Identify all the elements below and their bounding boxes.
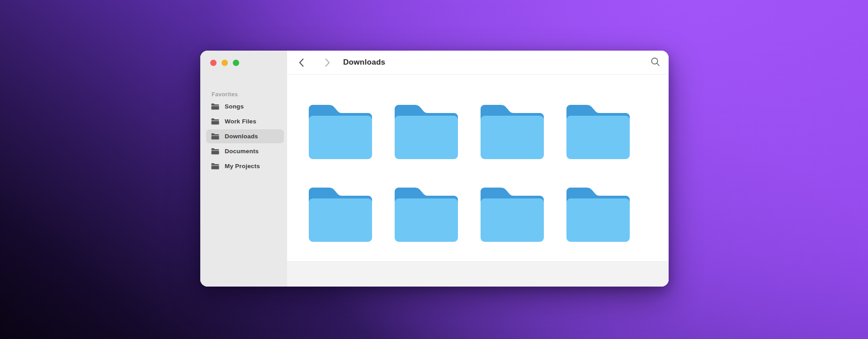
- sidebar-item-label: Documents: [225, 148, 259, 155]
- folder-3[interactable]: [481, 105, 544, 159]
- folder-icon: [211, 118, 219, 125]
- window-controls: [200, 60, 287, 66]
- main-panel: Downloads: [287, 51, 669, 287]
- folder-icon: [211, 148, 219, 155]
- folder-1[interactable]: [309, 105, 372, 159]
- sidebar-item-label: Songs: [225, 103, 244, 110]
- close-button[interactable]: [210, 60, 217, 66]
- sidebar-item-work-files[interactable]: Work Files: [206, 114, 284, 128]
- back-button[interactable]: [296, 57, 307, 68]
- file-view: [287, 75, 669, 261]
- chevron-right-icon: [325, 58, 330, 67]
- sidebar-item-documents[interactable]: Documents: [206, 144, 284, 158]
- folder-icon: [211, 133, 219, 140]
- sidebar-item-label: Downloads: [225, 133, 258, 140]
- sidebar-item-label: My Projects: [225, 163, 260, 170]
- sidebar-item-songs[interactable]: Songs: [206, 99, 284, 113]
- folder-8[interactable]: [566, 188, 630, 242]
- sidebar-section-label: Favorites: [212, 91, 287, 98]
- folder-5[interactable]: [309, 188, 372, 242]
- folder-grid: [309, 105, 630, 242]
- folder-6[interactable]: [395, 188, 458, 242]
- folder-icon: [211, 163, 219, 170]
- search-icon: [651, 57, 660, 68]
- sidebar-list: Songs Work Files Downloads Documents My …: [200, 99, 287, 174]
- toolbar: Downloads: [287, 51, 669, 75]
- folder-7[interactable]: [481, 188, 544, 242]
- chevron-left-icon: [299, 58, 304, 67]
- status-bar: [287, 261, 669, 287]
- sidebar-item-label: Work Files: [225, 118, 256, 125]
- zoom-button[interactable]: [233, 60, 239, 66]
- sidebar-item-downloads[interactable]: Downloads: [206, 129, 284, 143]
- folder-4[interactable]: [566, 105, 630, 159]
- folder-2[interactable]: [395, 105, 458, 159]
- folder-icon: [211, 104, 219, 110]
- finder-window: Favorites Songs Work Files Downloads Doc…: [200, 51, 669, 287]
- minimize-button[interactable]: [222, 60, 228, 66]
- sidebar-item-my-projects[interactable]: My Projects: [206, 159, 284, 173]
- sidebar: Favorites Songs Work Files Downloads Doc…: [200, 51, 287, 287]
- search-button[interactable]: [650, 57, 661, 68]
- forward-button[interactable]: [322, 57, 333, 68]
- page-title: Downloads: [343, 58, 385, 67]
